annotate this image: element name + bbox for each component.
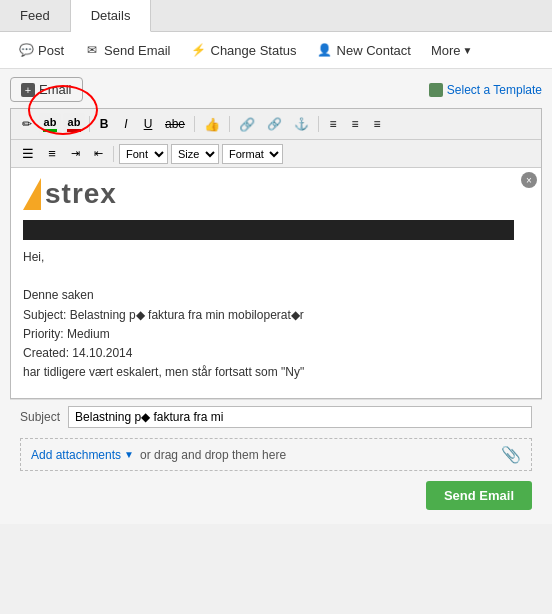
highlight-color-button[interactable]: ab xyxy=(63,113,85,135)
action-bar: 💬 Post ✉ Send Email ⚡ Change Status 👤 Ne… xyxy=(0,32,552,69)
send-email-button[interactable]: Send Email xyxy=(426,481,532,510)
bold-button[interactable]: B xyxy=(94,114,114,134)
new-contact-button[interactable]: 👤 New Contact xyxy=(309,38,419,62)
tab-bar: Feed Details xyxy=(0,0,552,32)
editor-wrapper: ✏ ab ab B I U abe 👍 🔗 xyxy=(10,108,542,399)
highlight-color-label: ab xyxy=(68,116,81,128)
email-logo: strex xyxy=(23,178,529,210)
editor-toolbar-row1: ✏ ab ab B I U abe 👍 🔗 xyxy=(11,109,541,140)
text-color-label: ab xyxy=(44,116,57,128)
contact-icon: 👤 xyxy=(317,42,333,58)
attachments-chevron-icon: ▼ xyxy=(124,449,134,460)
anchor-button[interactable]: ⚓ xyxy=(289,114,314,134)
toolbar-divider-2 xyxy=(194,116,195,132)
font-select[interactable]: Font xyxy=(119,144,168,164)
format-select[interactable]: Format xyxy=(222,144,283,164)
chevron-down-icon: ▼ xyxy=(463,45,473,56)
email-body3: Priority: Medium xyxy=(23,325,529,344)
more-label: More xyxy=(431,43,461,58)
compose-header: + Email Select a Template xyxy=(10,77,542,102)
email-greeting: Hei, xyxy=(23,248,529,267)
strex-brand-name: strex xyxy=(45,178,117,210)
tab-feed[interactable]: Feed xyxy=(0,0,71,31)
change-status-label: Change Status xyxy=(211,43,297,58)
color-bar-green xyxy=(43,129,57,132)
toolbar-divider-3 xyxy=(229,116,230,132)
post-icon: 💬 xyxy=(18,42,34,58)
email-text-body: Hei, Denne saken Subject: Belastning p◆ … xyxy=(23,248,529,382)
underline-button[interactable]: U xyxy=(138,114,158,134)
toolbar-divider-1 xyxy=(89,116,90,132)
color-bar-red xyxy=(67,129,81,132)
email-body2: Subject: Belastning p◆ faktura fra min m… xyxy=(23,306,529,325)
plus-icon: + xyxy=(21,83,35,97)
email-action-icon: ✉ xyxy=(84,42,100,58)
email-content-area: × strex Hei, Denn xyxy=(11,168,541,398)
strikethrough-button[interactable]: abe xyxy=(160,114,190,134)
format-icon-btn[interactable]: ✏ xyxy=(17,114,37,134)
lightning-icon: ⚡ xyxy=(191,42,207,58)
link-button[interactable]: 🔗 xyxy=(234,114,260,135)
subject-label: Subject xyxy=(20,410,60,424)
send-email-action-label: Send Email xyxy=(104,43,170,58)
unordered-list-button[interactable]: ☰ xyxy=(17,143,39,164)
select-template-button[interactable]: Select a Template xyxy=(429,83,542,97)
email-body1: Denne saken xyxy=(23,286,529,305)
email-scroll-wrapper[interactable]: strex Hei, Denne saken Subject: Belastni… xyxy=(11,168,541,398)
post-button[interactable]: 💬 Post xyxy=(10,38,72,62)
add-attachments-label: Add attachments xyxy=(31,448,121,462)
select-template-label: Select a Template xyxy=(447,83,542,97)
subject-input[interactable] xyxy=(68,406,532,428)
outdent-button[interactable]: ⇤ xyxy=(88,144,108,163)
editor-toolbar-row2: ☰ ≡ ⇥ ⇤ Font Size Format xyxy=(11,140,541,168)
align-center-button[interactable]: ≡ xyxy=(345,114,365,134)
more-button[interactable]: More ▼ xyxy=(423,39,481,62)
add-attachments-button[interactable]: Add attachments ▼ xyxy=(31,448,134,462)
template-icon xyxy=(429,83,443,97)
attachments-row: Add attachments ▼ or drag and drop them … xyxy=(20,438,532,471)
size-select[interactable]: Size xyxy=(171,144,219,164)
post-label: Post xyxy=(38,43,64,58)
add-email-label: Email xyxy=(39,82,72,97)
text-color-button[interactable]: ab xyxy=(39,113,61,135)
add-email-button[interactable]: + Email xyxy=(10,77,83,102)
send-email-action-button[interactable]: ✉ Send Email xyxy=(76,38,178,62)
tab-details[interactable]: Details xyxy=(71,0,152,32)
align-left-button[interactable]: ≡ xyxy=(323,114,343,134)
align-right-button[interactable]: ≡ xyxy=(367,114,387,134)
email-body5: har tidligere vært eskalert, men står fo… xyxy=(23,363,529,382)
compose-container: + Email Select a Template ✏ ab xyxy=(0,69,552,524)
drag-drop-label: or drag and drop them here xyxy=(140,448,286,462)
paperclip-icon: 📎 xyxy=(501,445,521,464)
strex-triangle xyxy=(23,178,41,210)
indent-button[interactable]: ⇥ xyxy=(65,144,85,163)
email-body4: Created: 14.10.2014 xyxy=(23,344,529,363)
unlink-button[interactable]: 🔗 xyxy=(262,114,287,134)
change-status-button[interactable]: ⚡ Change Status xyxy=(183,38,305,62)
subject-row: Subject xyxy=(10,399,542,434)
thumbsup-button[interactable]: 👍 xyxy=(199,114,225,135)
ordered-list-button[interactable]: ≡ xyxy=(42,143,62,164)
email-body: strex Hei, Denne saken Subject: Belastni… xyxy=(11,168,541,392)
new-contact-label: New Contact xyxy=(337,43,411,58)
email-redacted-bar xyxy=(23,220,514,240)
toolbar-divider-5 xyxy=(113,146,114,162)
italic-button[interactable]: I xyxy=(116,114,136,134)
toolbar-divider-4 xyxy=(318,116,319,132)
close-email-button[interactable]: × xyxy=(521,172,537,188)
send-bar: Send Email xyxy=(10,475,542,516)
